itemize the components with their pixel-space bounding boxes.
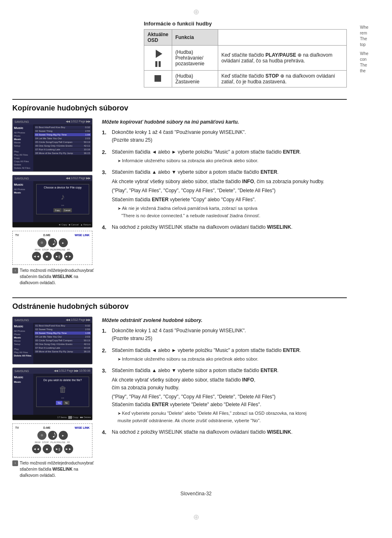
delete-section-content: SAMSUNG ◀◀ 1/312 Page ▶▶ Music All Photo…: [12, 317, 347, 478]
step-num-3: 3.: [102, 168, 108, 221]
del-step-content-3: Stlačením tlačidla ▲ alebo ▼ vyberte súb…: [112, 367, 347, 426]
del-step2-note: Informácie uloženého súboru sa zobrazia …: [112, 356, 347, 363]
brand-label-2: SAMSUNG: [14, 177, 29, 180]
play-pause-cell: [144, 46, 172, 71]
screen-footer: ◄ Copy ■ Cancel ▲ Return: [13, 222, 92, 227]
copy-remote: TV D.ME WISE LINK ⊙ 𝅘𝅥𝅮 ► REW STOP PLAY/…: [12, 231, 92, 265]
copy-section-title: Kopírovanie hudobných súborov: [12, 104, 347, 113]
del-step-num-4: 4.: [102, 428, 108, 437]
del-step-num-1: 1.: [102, 327, 108, 344]
remote-stop-label: STOP: [42, 248, 48, 251]
delete-btn-circle-3[interactable]: ►: [59, 431, 68, 440]
delete-rew: REW: [35, 441, 40, 444]
list-item: 04 Let Me Take You Out2:03: [35, 137, 91, 140]
footer-cancel: ■ Cancel: [69, 223, 78, 226]
remote-rew-label: REW: [35, 248, 40, 251]
remote-btn-circle-3[interactable]: ►: [59, 238, 68, 247]
delete-left: SAMSUNG ◀◀ 1/312 Page ▶▶ Music All Photo…: [12, 317, 95, 478]
delete-btn-circle-1[interactable]: ⊙: [37, 431, 46, 440]
step3-sub1: Ak chcete vybrať všetky súbory alebo súb…: [112, 178, 347, 186]
remote-btn-circle-2[interactable]: 𝅘𝅥𝅮: [48, 238, 57, 247]
remote-btn-stop[interactable]: ■: [43, 252, 52, 261]
footnote-icon: i: [12, 268, 18, 274]
info-table: Aktuálne OSD Funkcia: [144, 29, 347, 87]
delete-btn-rew[interactable]: ◄◄: [32, 444, 41, 453]
copy-step-4: 4. Na odchod z položky WISELINK stlačte …: [102, 223, 347, 232]
stop-label: (Hudba) Zastavenie: [172, 71, 218, 87]
delete-remote: TV D.ME WISE LINK ⊙ 𝅘𝅥𝅮 ► REW STOP PLAY/…: [12, 423, 92, 458]
remote-btn-circle-1[interactable]: ⊙: [37, 238, 46, 247]
delete-btn-stop[interactable]: ■: [43, 444, 52, 453]
remote-wiselink-label: WISE LINK: [75, 234, 90, 237]
remote-btn-rew[interactable]: ◄◄: [32, 252, 41, 261]
status-bar-2: ◀◀ 1/312 Page ▶▶: [66, 177, 90, 180]
delete-brand-2: SAMSUNG: [14, 370, 29, 372]
dialog-btn-copy: Copy: [53, 208, 62, 212]
list-item: 06 One Song Only 4 Entire Enviro42:11: [35, 343, 91, 346]
copy-screen-1: SAMSUNG ◀◀ 1/312 Page ▶▶ Music All Photo…: [12, 118, 92, 172]
info-table-title: Informácie o funkcii hudby: [144, 21, 347, 27]
stop-icon: [148, 75, 168, 83]
step-num-1: 1.: [102, 129, 108, 145]
info-table-section: Informácie o funkcii hudby Aktuálne OSD …: [144, 21, 347, 87]
list-item: 02 Sweet Thing2:55: [35, 129, 91, 133]
list-item: 02 Sweet Thing2:55: [35, 328, 91, 331]
del-step3-note: Keď vyberiete ponuku "Delete" alebo "Del…: [112, 410, 347, 424]
copy-section: Kopírovanie hudobných súborov SAMSUNG ◀◀…: [12, 99, 347, 286]
status-bar-1: ◀◀ 1/312 Page ▶▶: [66, 120, 90, 123]
del-step-content-4: Na odchod z položky WISELINK stlačte na …: [112, 428, 347, 437]
delete-main-1: 01 Best Hits/Fond Kiss Boy0:32 02 Sweet …: [33, 323, 92, 364]
remote-btn-playpause[interactable]: ►||: [53, 252, 62, 261]
step1-text: Dokončite kroky 1 až 4 časti "Používanie…: [112, 129, 347, 144]
delete-remote-dme: D.ME: [43, 426, 51, 429]
delete-dialog-title: Do you wish to delete the file?: [38, 379, 87, 382]
remote-ff-label: FF: [67, 248, 70, 251]
margin-text-4: top: [360, 42, 366, 47]
step2-note: Informácie uloženého súboru sa zobrazia …: [112, 157, 347, 165]
copy-screen-2: SAMSUNG ◀◀ 1/312 Page ▶▶ Music All Photo…: [12, 175, 92, 228]
delete-btn-playpause[interactable]: ►||: [53, 444, 62, 453]
remote-btn-ff[interactable]: ►►: [64, 252, 73, 261]
step3-sub2: ("Play", "Play All Files", "Copy", "Copy…: [112, 187, 347, 195]
delete-btn-circle-2[interactable]: 𝅘𝅥𝅮: [48, 431, 57, 440]
delete-sidebar-1: Music All Photos Photo Music Movie Setup…: [13, 323, 33, 364]
footer-copy2: ▓▓ Copy: [68, 416, 78, 418]
list-item: 04 Let Me Take You Out2:03: [35, 335, 91, 338]
delete-btn-yes: Yes: [56, 401, 62, 405]
list-item: 03 Sweet Thing Big Fly Time1:08: [35, 331, 91, 335]
copy-step-3: 3. Stlačením tlačidla ▲ alebo ▼ vyberte …: [102, 168, 347, 221]
delete-instructions: Môžete odstrániť zvolené hudobné súbory.…: [102, 317, 347, 478]
footer-delete2: ■■ Delete: [80, 416, 91, 418]
footer-items: 17 Items: [57, 416, 67, 418]
copyright-top: ⊕: [193, 7, 199, 16]
delete-step-4: 4. Na odchod z položky WISELINK stlačte …: [102, 428, 347, 437]
remote-buttons-row-1: ⊙ 𝅘𝅥𝅮 ►: [15, 238, 90, 247]
del-step3-sub2: ("Play", "Play All Files", "Copy", "Copy…: [112, 393, 347, 409]
step-num-2: 2.: [102, 148, 108, 166]
dialog-btn-cancel: Cancel: [62, 208, 72, 212]
delete-playpause: PLAY/PAUSE: [51, 441, 65, 444]
del-step1-text: Dokončite kroky 1 až 4 časti "Používanie…: [112, 327, 347, 343]
copy-main-2: Choose a device for File copy ♪ >> Copy …: [33, 181, 92, 222]
remote-top-row: TV D.ME WISE LINK: [15, 234, 90, 237]
delete-footnote-text: Tieto možnosti môžetejednoduchuvybrať st…: [20, 460, 95, 478]
remote-playpause-label: PLAY/PAUSE: [51, 248, 65, 251]
delete-status-1: ◀◀ 1/312 Page ▶▶: [66, 318, 90, 322]
list-item: 05 Circle Song/Copy/Tell Compan50:13: [35, 339, 91, 342]
delete-screen-1: SAMSUNG ◀◀ 1/312 Page ▶▶ Music All Photo…: [12, 317, 92, 364]
delete-screen-body-2: Music Music Do you wish to delete the fi…: [13, 374, 92, 415]
right-margin: Whe rem The top Whe con The the: [360, 25, 388, 77]
delete-main-2: Do you wish to delete the file? 🗑 >> Yes…: [33, 374, 92, 415]
delete-remote-row2: ◄◄ ■ ►|| ►►: [15, 444, 90, 453]
copy-main-1: 01 Best Hits/Fond Kiss Boy0:32 02 Sweet …: [33, 124, 92, 171]
list-item: 07 Run It Looking Late10:16: [35, 346, 91, 349]
del-step-content-2: Stlačením tlačidla ◄ alebo ► vyberte pol…: [112, 347, 347, 365]
page-number: Slovenčina-32: [180, 491, 212, 497]
copy-step-1: 1. Dokončite kroky 1 až 4 časti "Používa…: [102, 129, 347, 145]
step-content-4: Na odchod z položky WISELINK stlačte na …: [112, 223, 347, 232]
margin-text-6: con: [360, 57, 367, 62]
pause-icon: [148, 61, 168, 67]
delete-btn-ff[interactable]: ►►: [64, 444, 73, 453]
stop-cell: [144, 71, 172, 87]
delete-screen-2: SAMSUNG ◀◀ 1/312 Page ▶▶ 10:50:06 Music …: [12, 368, 92, 420]
